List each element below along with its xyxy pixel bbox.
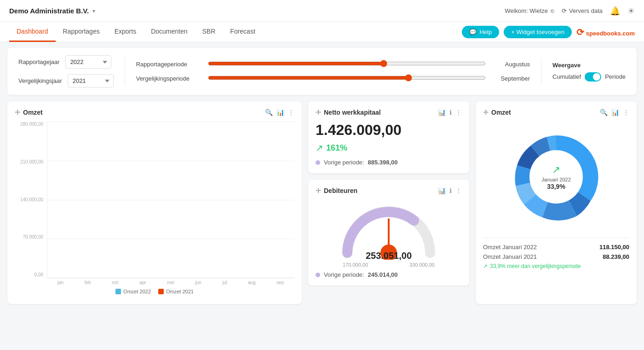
nw-change: ↗ 161% bbox=[316, 142, 462, 153]
x-label-apr: apr bbox=[139, 280, 146, 285]
nav-forecast[interactable]: Forecast bbox=[223, 22, 262, 42]
y-label-4: 210.000,00 bbox=[20, 159, 43, 164]
deb-more-icon[interactable]: ⋮ bbox=[455, 187, 462, 194]
nw-more-icon[interactable]: ⋮ bbox=[455, 109, 462, 116]
vergelijkingsjaar-select[interactable]: 2021 bbox=[68, 74, 114, 88]
company-chevron-icon[interactable]: ▾ bbox=[92, 8, 95, 14]
nw-plus-icon[interactable]: ✛ bbox=[316, 109, 321, 116]
welcome-text: Welkom: Wietze ⎋ bbox=[505, 7, 554, 14]
deb-info-icon[interactable]: ℹ bbox=[449, 187, 452, 194]
rapportageperiode-slider[interactable] bbox=[208, 60, 486, 67]
donut-svg: ↗ Januari 2022 33,9% bbox=[506, 126, 607, 228]
y-label-3: 140.000,00 bbox=[20, 197, 43, 202]
omzet-change-text: 33,9% meer dan vergelijkingsperiode bbox=[490, 263, 581, 269]
add-widget-button[interactable]: + Widget toevoegen bbox=[504, 26, 572, 38]
omzet-2021-label: Omzet Januari 2021 bbox=[483, 253, 537, 260]
period-filters: Rapportageperiode Augustus Vergelijkings… bbox=[136, 60, 530, 83]
omzet-change-arrow-icon: ↗ bbox=[483, 263, 488, 269]
nav-items: Dashboard Rapportages Exports Documenten… bbox=[9, 22, 263, 42]
label-apr: apr. bbox=[615, 195, 624, 201]
help-button[interactable]: 💬 Help bbox=[462, 26, 499, 38]
chart-type-icon[interactable]: 📊 bbox=[276, 109, 284, 116]
omzet-plus-icon[interactable]: ✛ bbox=[15, 109, 20, 116]
toggle-knob bbox=[593, 73, 600, 81]
nav-exports[interactable]: Exports bbox=[107, 22, 144, 42]
donut-title: ✛ Omzet bbox=[483, 109, 511, 116]
cumulatief-toggle[interactable] bbox=[585, 72, 601, 82]
omzet-donut-widget: ✛ Omzet 🔍 📊 ⋮ bbox=[476, 101, 637, 304]
donut-header: ✛ Omzet 🔍 📊 ⋮ bbox=[483, 109, 629, 116]
legend-2021-dot bbox=[158, 289, 164, 294]
refresh-button[interactable]: ⟳ Ververs data bbox=[562, 7, 603, 14]
rapportagejaar-select[interactable]: 2022 bbox=[65, 55, 111, 69]
label-mrt: mrt. bbox=[614, 153, 624, 158]
speedbooks-logo: ⟳ speedbooks.com bbox=[576, 27, 635, 38]
help-icon: 💬 bbox=[469, 29, 477, 35]
main-nav: Dashboard Rapportages Exports Documenten… bbox=[0, 22, 644, 42]
nw-info-icon[interactable]: ℹ bbox=[449, 109, 452, 116]
nw-chart-icon[interactable]: 📊 bbox=[438, 109, 446, 116]
dashboard-grid: ✛ Omzet 🔍 📊 ⋮ 280.000,00 210.000,00 140.… bbox=[0, 101, 644, 311]
nav-documenten[interactable]: Documenten bbox=[144, 22, 195, 42]
filter-divider2 bbox=[541, 58, 541, 85]
vergelijkingsperiode-slider-wrap bbox=[208, 74, 486, 83]
app-header: Demo Administratie B.V. ▾ Welkom: Wietze… bbox=[0, 0, 644, 22]
bell-icon[interactable]: 🔔 bbox=[610, 6, 620, 16]
y-label-5: 280.000,00 bbox=[20, 122, 43, 127]
nw-title: ✛ Netto werkkapitaal bbox=[316, 109, 381, 116]
theme-icon[interactable]: ☀ bbox=[627, 6, 635, 16]
label-sep: sep. bbox=[489, 153, 499, 158]
label-feb: feb. bbox=[605, 135, 615, 141]
bars-container bbox=[47, 122, 294, 278]
omzet-change-row: ↗ 33,9% meer dan vergelijkingsperiode bbox=[483, 263, 629, 269]
debiteuren-widget: ✛ Debiteuren 📊 ℹ ⋮ bbox=[308, 180, 469, 286]
label-mei: mei bbox=[608, 207, 616, 213]
weergave-label: Weergave bbox=[552, 62, 626, 69]
omzet-bar-header: ✛ Omzet 🔍 📊 ⋮ bbox=[15, 109, 294, 116]
header-right: Welkom: Wietze ⎋ ⟳ Ververs data 🔔 ☀ bbox=[505, 6, 635, 16]
nav-right: 💬 Help + Widget toevoegen ⟳ speedbooks.c… bbox=[462, 26, 635, 38]
y-axis: 280.000,00 210.000,00 140.000,00 70.000,… bbox=[15, 122, 47, 278]
donut-chart-icon[interactable]: 📊 bbox=[611, 109, 619, 116]
donut-chart-area: ↗ Januari 2022 33,9% jan. feb. mrt. apr.… bbox=[483, 122, 629, 232]
donut-actions: 🔍 📊 ⋮ bbox=[600, 109, 629, 116]
nav-dashboard[interactable]: Dashboard bbox=[9, 22, 56, 42]
donut-plus-icon[interactable]: ✛ bbox=[483, 109, 489, 116]
x-label-jul: jul bbox=[222, 280, 227, 285]
deb-plus-icon[interactable]: ✛ bbox=[316, 187, 321, 194]
x-label-mrt: mrt bbox=[112, 280, 118, 285]
gauge-value-display: 253.051,00 bbox=[366, 251, 412, 261]
more-icon[interactable]: ⋮ bbox=[288, 109, 294, 116]
gauge-max: 330.000,00 bbox=[409, 262, 435, 268]
omzet-bar-title: ✛ Omzet bbox=[15, 109, 43, 116]
weergave-group: Weergave Cumulatief Periode bbox=[552, 62, 626, 82]
omzet-2022-label: Omzet Januari 2022 bbox=[483, 244, 537, 251]
nw-prev-value: 885.398,00 bbox=[368, 159, 397, 166]
x-axis: jan feb mrt apr mei jun jul aug sep bbox=[15, 280, 294, 285]
nav-rapportages[interactable]: Rapportages bbox=[56, 22, 107, 42]
nw-prev-dot bbox=[316, 160, 320, 165]
netto-werkkapitaal-widget: ✛ Netto werkkapitaal 📊 ℹ ⋮ 1.426.009,00 … bbox=[308, 101, 469, 173]
nw-prev: Vorige periode: 885.398,00 bbox=[316, 159, 462, 166]
donut-more-icon[interactable]: ⋮ bbox=[623, 109, 629, 116]
refresh-icon: ⟳ bbox=[562, 7, 567, 14]
nav-sbr[interactable]: SBR bbox=[195, 22, 223, 42]
zoom-icon[interactable]: 🔍 bbox=[265, 109, 273, 116]
x-labels: jan feb mrt apr mei jun jul aug sep bbox=[47, 280, 294, 285]
filter-divider bbox=[125, 58, 125, 85]
chart-legend: Omzet 2022 Omzet 2021 bbox=[15, 289, 294, 294]
donut-zoom-icon[interactable]: 🔍 bbox=[600, 109, 608, 116]
vergelijkingsperiode-row: Vergelijkingsperiode September bbox=[136, 74, 530, 83]
legend-2021: Omzet 2021 bbox=[158, 289, 194, 294]
deb-header: ✛ Debiteuren 📊 ℹ ⋮ bbox=[316, 187, 462, 194]
deb-title: ✛ Debiteuren bbox=[316, 187, 357, 194]
x-label-aug: aug bbox=[248, 280, 256, 285]
omzet-2022-value: 118.150,00 bbox=[599, 244, 629, 251]
nw-up-arrow-icon: ↗ bbox=[316, 142, 323, 153]
deb-chart-icon[interactable]: 📊 bbox=[438, 187, 446, 194]
logout-icon[interactable]: ⎋ bbox=[551, 7, 554, 14]
periode-label: Periode bbox=[605, 73, 626, 80]
vergelijkingsperiode-slider[interactable] bbox=[208, 74, 486, 82]
x-label-jan: jan bbox=[58, 280, 63, 285]
legend-2022-dot bbox=[115, 289, 121, 294]
